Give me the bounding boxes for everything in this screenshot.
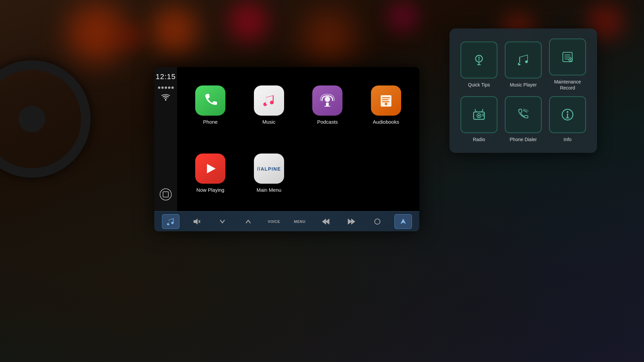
svg-marker-8 xyxy=(207,164,216,173)
time-display: 12:15 xyxy=(156,72,176,81)
podcasts-label: Podcasts xyxy=(317,119,338,125)
info-icon-box xyxy=(549,96,586,133)
circle-button[interactable] xyxy=(369,214,386,229)
svg-marker-14 xyxy=(322,219,326,225)
svg-rect-5 xyxy=(382,99,389,100)
app-audiobooks[interactable]: Audiobooks xyxy=(360,74,413,136)
popup-music-player[interactable]: Music Player xyxy=(504,39,543,91)
audiobooks-label: Audiobooks xyxy=(373,119,399,125)
radio-icon-box xyxy=(461,96,497,133)
signal-dot-3 xyxy=(165,86,167,89)
app-grid: Phone Music xyxy=(177,67,419,211)
screen-sidebar: 12:15 xyxy=(154,67,177,211)
popup-maintenance[interactable]: Maintenance Record xyxy=(548,39,587,91)
wifi-icon xyxy=(161,94,170,103)
voice-button[interactable]: VOICE xyxy=(265,214,283,229)
quick-tips-icon-box xyxy=(461,42,497,78)
svg-marker-18 xyxy=(400,219,406,224)
maintenance-icon-box xyxy=(549,39,586,75)
svg-point-17 xyxy=(375,219,380,224)
menu-label: MENU xyxy=(294,220,305,224)
up-button[interactable] xyxy=(239,214,257,229)
home-button-inner xyxy=(163,191,169,197)
maintenance-label: Maintenance Record xyxy=(554,79,581,91)
signal-dots xyxy=(158,86,174,89)
home-button[interactable] xyxy=(160,188,172,200)
phone-dialer-icon-box xyxy=(505,96,542,133)
svg-point-43 xyxy=(567,111,569,113)
phone-label: Phone xyxy=(203,119,218,125)
nowplaying-icon-bg xyxy=(195,154,225,184)
signal-dot-1 xyxy=(158,86,160,89)
music-player-label: Music Player xyxy=(510,82,537,88)
voice-label: VOICE xyxy=(268,220,280,224)
svg-rect-6 xyxy=(382,101,389,102)
app-music[interactable]: Music xyxy=(243,74,296,136)
audiobooks-icon-bg xyxy=(371,85,401,116)
info-label: Info xyxy=(564,136,571,142)
menu-button[interactable]: MENU xyxy=(291,214,309,229)
nav-button[interactable] xyxy=(394,214,412,229)
svg-point-1 xyxy=(325,97,330,102)
svg-text://ALPINE: //ALPINE xyxy=(257,166,281,172)
phone-icon-bg xyxy=(195,85,225,116)
phone-dialer-label: Phone Dialer xyxy=(510,136,537,142)
radio-label: Radio xyxy=(473,136,485,142)
nowplaying-label: Now Playing xyxy=(197,187,224,193)
podcasts-icon-bg xyxy=(312,85,342,116)
popup-quick-tips[interactable]: Quick Tips xyxy=(460,39,498,91)
app-podcasts[interactable]: Podcasts xyxy=(301,74,354,136)
mainmenu-icon-bg: //ALPINE xyxy=(254,154,284,184)
svg-point-36 xyxy=(478,115,480,117)
music-icon-bg xyxy=(254,85,284,116)
music-ctrl-button[interactable] xyxy=(162,214,179,229)
mute-button[interactable] xyxy=(188,214,205,229)
popup-radio[interactable]: Radio xyxy=(460,96,498,142)
signal-dot-5 xyxy=(171,86,174,89)
car-screen: 12:15 xyxy=(154,67,419,231)
quick-tips-label: Quick Tips xyxy=(468,82,490,88)
mainmenu-label: Main Menu xyxy=(257,187,281,193)
svg-marker-10 xyxy=(194,219,198,225)
popup-info[interactable]: Info xyxy=(548,96,587,142)
down-button[interactable] xyxy=(214,214,231,229)
svg-point-29 xyxy=(570,59,571,60)
prev-button[interactable] xyxy=(317,214,334,229)
svg-point-22 xyxy=(478,57,480,58)
control-bar: VOICE MENU xyxy=(154,211,419,231)
signal-dot-4 xyxy=(168,86,170,89)
app-nowplaying[interactable]: Now Playing xyxy=(184,142,237,204)
app-phone[interactable]: Phone xyxy=(184,74,237,136)
svg-point-0 xyxy=(165,99,166,101)
music-label: Music xyxy=(262,119,275,125)
svg-marker-16 xyxy=(351,219,355,225)
app-mainmenu[interactable]: //ALPINE Main Menu xyxy=(243,142,296,204)
signal-dot-2 xyxy=(161,86,164,89)
svg-rect-4 xyxy=(382,97,390,98)
popup-phone-dialer[interactable]: Phone Dialer xyxy=(504,96,543,142)
popup-menu: Quick Tips Music Player xyxy=(449,28,597,153)
music-player-icon-box xyxy=(505,42,542,78)
next-button[interactable] xyxy=(343,214,360,229)
